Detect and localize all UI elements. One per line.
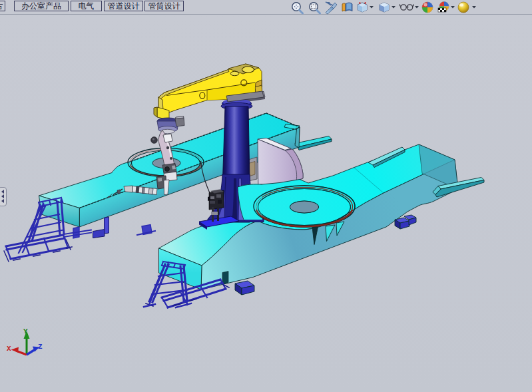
svg-text:Z: Z xyxy=(38,343,43,351)
svg-text:X: X xyxy=(7,345,11,353)
svg-text:Y: Y xyxy=(23,327,28,335)
